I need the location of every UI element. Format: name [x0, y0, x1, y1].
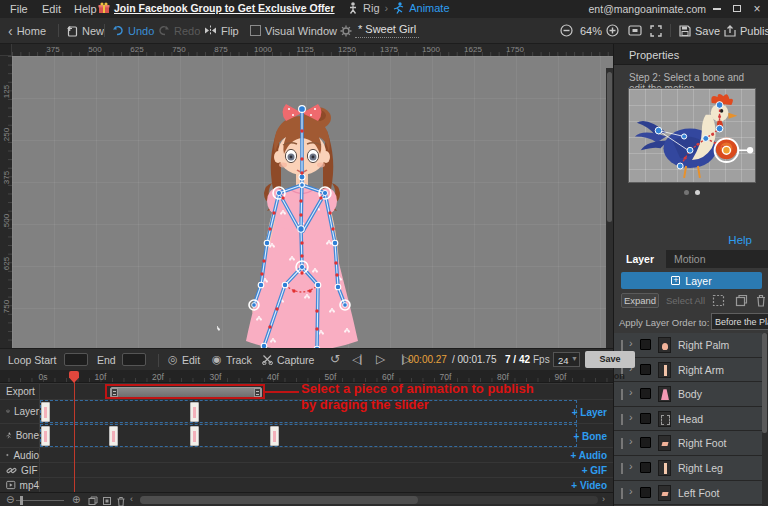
- canvas-vertical-scrollbar[interactable]: [606, 68, 613, 348]
- timeline-row-bone[interactable]: Bone + Bone: [0, 423, 613, 447]
- keyframe-thumbnail[interactable]: [190, 402, 199, 422]
- zoom-in-button[interactable]: [606, 18, 619, 43]
- keyframe-thumbnail[interactable]: [190, 426, 199, 446]
- delete-frame-icon[interactable]: [116, 496, 126, 506]
- expand-chevron-icon[interactable]: ›: [629, 411, 633, 423]
- add-layer-button[interactable]: + Layer: [621, 272, 762, 289]
- expand-chevron-icon[interactable]: ›: [629, 386, 633, 398]
- menu-edit[interactable]: Edit: [42, 3, 61, 15]
- fullscreen-button[interactable]: [650, 18, 662, 43]
- loop-start-input[interactable]: [64, 353, 88, 366]
- layer-row[interactable]: ›Right Palm: [614, 333, 763, 358]
- layer-row[interactable]: ›Right Leg: [614, 456, 763, 481]
- add-audio-track-link[interactable]: + Audio: [570, 450, 607, 461]
- expand-chevron-icon[interactable]: ›: [629, 337, 633, 349]
- apply-order-dropdown[interactable]: Before the Playhead: [711, 313, 768, 330]
- layer-row[interactable]: ›Right Foot: [614, 431, 763, 456]
- tab-rig[interactable]: Rig: [363, 2, 380, 14]
- timeline-horizontal-scrollbar[interactable]: [140, 496, 598, 504]
- layer-row[interactable]: ›Left Foot: [614, 481, 763, 506]
- tab-motion[interactable]: Motion: [662, 250, 718, 268]
- timeline-row-audio[interactable]: Audio + Audio: [0, 447, 613, 462]
- drag-handle[interactable]: [621, 438, 623, 449]
- expand-chevron-icon[interactable]: ›: [629, 460, 633, 472]
- add-gif-track-link[interactable]: + GIF: [582, 465, 607, 476]
- timeline-zoom-out-icon[interactable]: ⊖: [6, 494, 14, 505]
- duplicate-icon[interactable]: [735, 294, 748, 307]
- home-button[interactable]: ‹ Home: [8, 18, 46, 43]
- drag-handle[interactable]: [621, 340, 623, 351]
- keyframe-thumbnail[interactable]: [41, 426, 50, 446]
- drag-handle[interactable]: [621, 488, 623, 499]
- layer-checkbox[interactable]: [640, 437, 651, 448]
- minimize-icon[interactable]: [710, 2, 724, 15]
- scroll-right-icon[interactable]: ›: [602, 494, 605, 504]
- layer-checkbox[interactable]: [640, 339, 651, 350]
- maximize-icon[interactable]: [730, 2, 744, 15]
- layer-row[interactable]: ›Body: [614, 382, 763, 407]
- timeline-zoom-in-icon[interactable]: ⊕: [72, 494, 80, 505]
- carousel-dot-2-active[interactable]: [695, 190, 700, 195]
- keyframe-thumbnail[interactable]: [41, 402, 50, 422]
- layer-checkbox[interactable]: [640, 364, 651, 375]
- edit-mode-label[interactable]: Edit: [182, 354, 200, 366]
- drag-handle[interactable]: [621, 414, 623, 425]
- tab-layer-active[interactable]: Layer: [614, 250, 666, 268]
- trash-icon[interactable]: [755, 294, 767, 307]
- save-motion-button[interactable]: Save Motion: [585, 351, 635, 368]
- capture-icon[interactable]: [262, 354, 273, 365]
- tab-animate[interactable]: Animate: [409, 2, 449, 14]
- close-icon[interactable]: ×: [750, 2, 764, 15]
- settings-button[interactable]: [340, 18, 352, 43]
- restart-icon[interactable]: ↺: [330, 353, 340, 366]
- add-layer-track-link[interactable]: + Layer: [572, 406, 607, 417]
- layer-checkbox[interactable]: [640, 462, 651, 473]
- visual-window-checkbox[interactable]: [250, 25, 261, 36]
- redo-button[interactable]: Redo: [158, 18, 200, 43]
- facebook-promo-link[interactable]: Join Facebook Group to Get Exclusive Off…: [98, 2, 335, 14]
- undo-button[interactable]: Undo: [112, 18, 154, 43]
- layer-checkbox[interactable]: [640, 413, 651, 424]
- tutorial-preview[interactable]: [628, 88, 756, 183]
- timeline-zoom-slider[interactable]: [16, 500, 64, 501]
- play-icon[interactable]: ▷: [376, 353, 385, 366]
- menu-help[interactable]: Help: [74, 3, 97, 15]
- add-bone-track-link[interactable]: + Bone: [573, 430, 607, 441]
- layer-list-scrollbar[interactable]: [762, 333, 768, 506]
- paste-frame-icon[interactable]: [102, 496, 112, 506]
- girl-character-figure[interactable]: [217, 101, 387, 348]
- timeline-row-gif[interactable]: GIF + GIF: [0, 462, 613, 477]
- keyframe-thumbnail[interactable]: [270, 426, 279, 446]
- edit-mode-icon[interactable]: ◎: [168, 353, 178, 366]
- keyframe-thumbnail[interactable]: [109, 426, 118, 446]
- help-link[interactable]: Help: [728, 234, 752, 246]
- menu-file[interactable]: File: [10, 3, 28, 15]
- layer-row[interactable]: ›Right Arm: [614, 358, 763, 383]
- stage-canvas[interactable]: [12, 56, 613, 348]
- marquee-select-icon[interactable]: [712, 294, 725, 307]
- drag-handle[interactable]: [621, 463, 623, 474]
- layer-row[interactable]: ›Head: [614, 407, 763, 432]
- capture-label[interactable]: Capture: [277, 354, 314, 366]
- zoom-out-button[interactable]: [560, 18, 573, 43]
- carousel-dot-1[interactable]: [684, 190, 689, 195]
- timeline-zoom-handle[interactable]: [20, 496, 23, 505]
- add-video-track-link[interactable]: + Video: [571, 480, 607, 491]
- copy-frame-icon[interactable]: [88, 496, 98, 506]
- prev-frame-icon[interactable]: ◁▏: [352, 353, 367, 367]
- select-all-button[interactable]: Select All: [666, 295, 705, 306]
- timeline-row-mp4[interactable]: mp4 + Video: [0, 477, 613, 492]
- fit-view-button[interactable]: [628, 18, 642, 43]
- drag-handle[interactable]: [621, 389, 623, 400]
- expand-chevron-icon[interactable]: ›: [629, 435, 633, 447]
- layer-checkbox[interactable]: [640, 388, 651, 399]
- publish-button[interactable]: Publish: [724, 18, 768, 43]
- track-mode-label[interactable]: Track: [226, 354, 252, 366]
- loop-end-input[interactable]: [122, 353, 146, 366]
- layer-checkbox[interactable]: [640, 487, 651, 498]
- visual-window-toggle[interactable]: Visual Window: [250, 18, 337, 43]
- fps-dropdown[interactable]: 24 ▼: [553, 352, 580, 367]
- expand-chevron-icon[interactable]: ›: [629, 485, 633, 497]
- scroll-left-icon[interactable]: ‹: [130, 494, 133, 504]
- save-button[interactable]: Save: [679, 18, 720, 43]
